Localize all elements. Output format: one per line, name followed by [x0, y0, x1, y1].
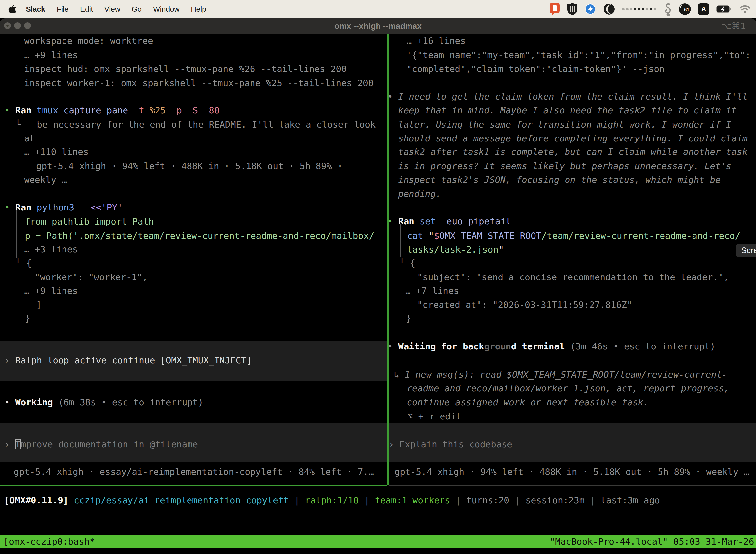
window-titlebar: omx --xhigh --madmax ⌥⌘1: [0, 18, 756, 34]
menu-item-edit[interactable]: Edit: [80, 5, 93, 13]
squiggle-key-icon[interactable]: [663, 3, 672, 16]
menu-item-go[interactable]: Go: [132, 5, 142, 13]
terminal-line: › Ralph loop active continue [OMX_TMUX_I…: [4, 353, 252, 367]
terminal-line: at: [24, 131, 35, 146]
screen-capture-tooltip: Scre: [736, 244, 756, 257]
terminal-line: gpt-5.4 xhigh · 94% left · 488K in · 5.1…: [394, 465, 749, 479]
terminal-line: from pathlib import Path: [25, 215, 154, 229]
terminal-line: later. Using the same for transition mig…: [398, 118, 732, 131]
terminal-line: ]: [36, 298, 42, 312]
terminal-line: is in progress? It seems likely but perh…: [398, 159, 732, 173]
chat-app-icon[interactable]: [549, 2, 561, 16]
crescent-app-icon[interactable]: [603, 3, 615, 15]
terminal-line: › Explain this codebase: [389, 437, 512, 451]
blue-bolt-app-icon[interactable]: [584, 3, 596, 15]
window-shortcut-hint: ⌥⌘1: [721, 18, 746, 34]
tmux-session-label: [omx-cczip0:bash*: [3, 535, 95, 548]
terminal-line: inspect_hud: omx sparkshell --tmux-pane …: [24, 62, 346, 76]
terminal-line: … +7 lines: [405, 284, 459, 298]
terminal-line: └ {: [399, 256, 416, 270]
terminal-line: '{"team_name":"my-team","task_id":"1","f…: [406, 48, 751, 62]
terminal-line: [OMX#0.11.9] cczip/essay/ai-reimplementa…: [4, 493, 660, 507]
terminal-line: inspect task2's JSON, focusing on the st…: [398, 173, 720, 187]
left-pane-bottom-border: [0, 485, 387, 486]
terminal-line: └ {: [15, 256, 32, 270]
terminal-line: • Working (6m 38s • esc to interrupt): [4, 395, 203, 409]
terminal-line: readme-and-reco/mailbox/worker-1.json, a…: [407, 382, 729, 395]
dots-grid-icon[interactable]: [622, 8, 656, 10]
terminal-line: … +9 lines: [24, 48, 78, 62]
right-pane-bottom-border: [389, 485, 756, 486]
letter-a-app-icon[interactable]: A: [698, 3, 709, 15]
menu-item-help[interactable]: Help: [191, 5, 206, 13]
terminal-line: "worker": "worker-1",: [35, 270, 147, 284]
menu-items: SlackFileEditViewGoWindowHelp: [16, 5, 206, 13]
terminal-line: pending.: [398, 187, 441, 201]
terminal-line: • Ran set -euo pipefail: [387, 214, 511, 228]
terminal-line: … +16 lines: [406, 34, 465, 48]
terminal-line: }: [406, 312, 411, 325]
tmux-status-bar: [omx-cczip0:bash* "MacBook-Pro-44.local"…: [0, 535, 756, 548]
shield-app-icon[interactable]: [567, 3, 577, 15]
terminal-line: … +9 lines: [24, 284, 78, 298]
terminal-line: • I need to get the claim token from the…: [387, 90, 748, 104]
terminal-line: › Improve documentation in @filename: [4, 437, 198, 451]
set-block-connector: [400, 224, 401, 257]
terminal-line: • Waiting for background terminal (3m 46…: [387, 340, 715, 353]
battery-icon[interactable]: [716, 5, 732, 13]
terminal-line: task2 after task1 is complete, but can I…: [398, 145, 748, 159]
menubar: SlackFileEditViewGoWindowHelp: [0, 0, 756, 18]
terminal-line: workspace_mode: worktree: [24, 34, 153, 48]
terminal-line: }: [25, 312, 30, 325]
menu-item-view[interactable]: View: [104, 5, 120, 13]
terminal-line: should send a message before completing …: [398, 131, 748, 146]
terminal-line: • Ran python3 - <<'PY': [4, 201, 123, 214]
terminal-line: tasks/task-2.json": [407, 243, 504, 257]
terminal-line: "created_at": "2026-03-31T11:59:27.816Z": [417, 298, 632, 312]
window-title: omx --xhigh --madmax: [0, 18, 756, 34]
terminal-line: ↳ 1 new msg(s): read $OMX_TEAM_STATE_ROO…: [394, 368, 727, 382]
menu-item-window[interactable]: Window: [153, 5, 180, 13]
menubar-status-icons: ..61 A: [549, 2, 751, 16]
terminal-line: continue assigned work or next feasible …: [407, 395, 649, 409]
terminal-line: └ be necessary for the end of the README…: [15, 118, 376, 131]
menu-item-file[interactable]: File: [57, 5, 68, 13]
terminal-line: inspect_worker-1: omx sparkshell --tmux-…: [24, 76, 374, 90]
badge-61-icon[interactable]: ..61: [679, 3, 691, 15]
terminal-line: "completed","claim_token":"claim-token"}…: [406, 62, 665, 76]
python-block-connector: [16, 210, 17, 258]
badge-61-label: ..61: [681, 7, 689, 12]
terminal-line: p = Path('.omx/state/team/review-current…: [25, 229, 374, 243]
terminal-line: keep that in mind. Maybe I also need the…: [398, 104, 737, 117]
terminal-line: … +110 lines: [24, 145, 88, 159]
terminal-line: "subject": "send a concise recommendatio…: [417, 270, 729, 284]
menu-item-slack[interactable]: Slack: [26, 5, 45, 13]
terminal-line: gpt-5.4 xhigh · 94% left · 488K in · 5.1…: [36, 159, 342, 173]
terminal-line: weekly …: [24, 173, 67, 187]
terminal-line: … +3 lines: [24, 242, 78, 257]
terminal-line: • Ran tmux capture-pane -t %25 -p -S -80: [4, 104, 219, 117]
terminal-content: workspace_mode: worktree… +9 linesinspec…: [0, 34, 756, 554]
terminal-line: cat "$OMX_TEAM_STATE_ROOT/team/review-cu…: [407, 229, 740, 243]
wifi-icon[interactable]: [739, 5, 751, 14]
tmux-host-clock-label: "MacBook-Pro-44.local" 05:03 31-Mar-26: [550, 535, 754, 548]
terminal-line: ⌥ + ↑ edit: [407, 409, 461, 424]
terminal-line: gpt-5.4 xhigh · essay/ai-reimplementatio…: [14, 465, 374, 479]
apple-menu-icon[interactable]: [8, 4, 16, 14]
